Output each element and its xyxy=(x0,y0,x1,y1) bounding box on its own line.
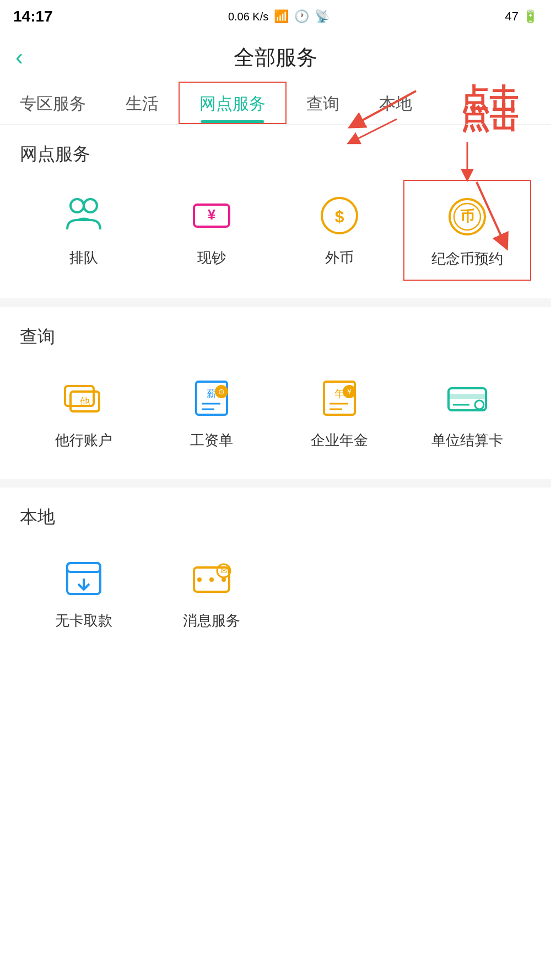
svg-text:$: $ xyxy=(335,207,344,226)
salary-item[interactable]: 薪 ⊙ 工资单 xyxy=(148,362,276,461)
local-grid: 无卡取款 ✉ 消息服务 xyxy=(20,543,531,652)
divider-2 xyxy=(0,479,551,488)
enterprise-icon: 年 ¥ xyxy=(315,373,364,423)
divider-1 xyxy=(0,298,551,307)
local-title: 本地 xyxy=(20,505,531,529)
query-grid: 他 他行账户 薪 ⊙ 工资单 xyxy=(20,362,531,472)
network-service-grid: 排队 ¥ 现钞 $ 外币 xyxy=(20,180,531,292)
query-section: 查询 他 他行账户 薪 ⊙ xyxy=(0,307,551,479)
tab-bar: 专区服务 生活 网点服务 查询 本地 xyxy=(0,82,551,125)
cardless-icon xyxy=(59,554,109,603)
svg-text:✉: ✉ xyxy=(220,566,228,575)
foreign-icon: $ xyxy=(315,191,364,240)
queue-label: 排队 xyxy=(69,248,98,267)
svg-point-35 xyxy=(209,577,214,582)
status-time: 14:17 xyxy=(13,8,53,25)
svg-text:¥: ¥ xyxy=(208,206,216,223)
network-service-section: 网点服务 排队 ¥ 现钞 xyxy=(0,125,551,298)
battery-level: 47 xyxy=(505,9,518,24)
other-bank-icon: 他 xyxy=(59,373,109,423)
memorial-coin-item[interactable]: 币 纪念币预约 xyxy=(403,180,531,281)
svg-text:币: 币 xyxy=(460,208,474,224)
svg-text:¥: ¥ xyxy=(347,387,352,396)
svg-text:他: 他 xyxy=(80,396,90,407)
svg-text:年: 年 xyxy=(334,388,344,399)
queue-item[interactable]: 排队 xyxy=(20,180,148,281)
svg-text:⊙: ⊙ xyxy=(218,387,225,396)
tab-local[interactable]: 本地 xyxy=(359,83,432,123)
svg-text:薪: 薪 xyxy=(207,388,217,399)
battery-icon: 🔋 xyxy=(523,9,538,24)
signal-icon: 📶 xyxy=(274,9,289,24)
tab-network[interactable]: 网点服务 xyxy=(179,82,287,124)
back-button[interactable]: ‹ xyxy=(15,44,23,71)
queue-icon xyxy=(59,191,109,240)
enterprise-label: 企业年金 xyxy=(311,431,368,450)
unit-card-label: 单位结算卡 xyxy=(431,431,503,450)
local-section: 本地 无卡取款 xyxy=(0,488,551,659)
foreign-item[interactable]: $ 外币 xyxy=(276,180,403,281)
cash-item[interactable]: ¥ 现钞 xyxy=(148,180,276,281)
foreign-label: 外币 xyxy=(325,248,354,267)
query-title: 查询 xyxy=(20,325,531,349)
clock-icon: 🕐 xyxy=(294,9,309,24)
memorial-coin-label: 纪念币预约 xyxy=(431,249,503,269)
other-bank-label: 他行账户 xyxy=(55,431,112,450)
cash-icon: ¥ xyxy=(187,191,236,240)
message-label: 消息服务 xyxy=(183,611,240,630)
cardless-item[interactable]: 无卡取款 xyxy=(20,543,148,641)
tab-special[interactable]: 专区服务 xyxy=(0,83,106,123)
cash-label: 现钞 xyxy=(197,248,226,267)
message-icon: ✉ xyxy=(187,554,236,603)
svg-point-34 xyxy=(197,577,202,582)
tab-query[interactable]: 查询 xyxy=(287,83,359,123)
unit-card-icon xyxy=(442,373,492,423)
header: ‹ 全部服务 xyxy=(0,33,551,82)
svg-rect-31 xyxy=(67,563,100,572)
svg-rect-27 xyxy=(449,394,486,399)
status-bar: 14:17 0.06 K/s 📶 🕐 📡 47 🔋 xyxy=(0,0,551,33)
speed-indicator: 0.06 K/s xyxy=(228,10,268,23)
status-center-icons: 0.06 K/s 📶 🕐 📡 xyxy=(228,9,329,24)
unit-card-item[interactable]: 单位结算卡 xyxy=(403,362,531,461)
other-bank-item[interactable]: 他 他行账户 xyxy=(20,362,148,461)
network-service-title: 网点服务 xyxy=(20,142,531,167)
enterprise-item[interactable]: 年 ¥ 企业年金 xyxy=(276,362,403,461)
cardless-label: 无卡取款 xyxy=(55,611,112,630)
message-item[interactable]: ✉ 消息服务 xyxy=(148,543,276,641)
wifi-icon: 📡 xyxy=(315,9,329,24)
salary-label: 工资单 xyxy=(190,431,233,450)
tab-life[interactable]: 生活 xyxy=(106,83,179,123)
memorial-coin-icon: 币 xyxy=(442,192,492,242)
svg-point-2 xyxy=(84,199,97,212)
svg-point-1 xyxy=(71,199,84,212)
status-right: 47 🔋 xyxy=(505,9,538,24)
svg-point-28 xyxy=(475,400,484,409)
salary-icon: 薪 ⊙ xyxy=(187,373,236,423)
page-title: 全部服务 xyxy=(234,44,317,72)
